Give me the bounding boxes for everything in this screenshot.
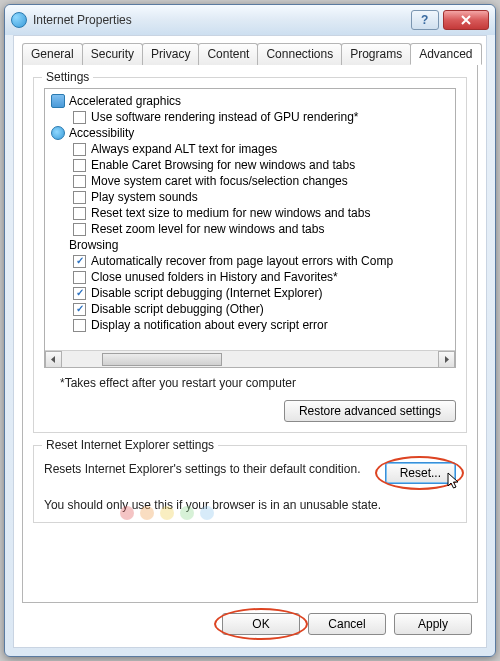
tree-item[interactable]: Reset text size to medium for new window…: [51, 205, 453, 221]
tree-item-label: Play system sounds: [91, 190, 198, 204]
apply-button[interactable]: Apply: [394, 613, 472, 635]
tree-group-label: Accelerated graphics: [69, 94, 181, 108]
restore-advanced-button[interactable]: Restore advanced settings: [284, 400, 456, 422]
tree-item[interactable]: Always expand ALT text for images: [51, 141, 453, 157]
tree-group[interactable]: Accessibility: [51, 125, 453, 141]
ie-icon: [11, 12, 27, 28]
tab-body-advanced: Settings Accelerated graphicsUse softwar…: [22, 65, 478, 603]
ok-button[interactable]: OK: [222, 613, 300, 635]
folder-icon: [51, 238, 65, 252]
tree-item[interactable]: Enable Caret Browsing for new windows an…: [51, 157, 453, 173]
close-button[interactable]: [443, 10, 489, 30]
tree-item-label: Disable script debugging (Internet Explo…: [91, 286, 322, 300]
scroll-left-icon[interactable]: [45, 351, 62, 368]
tree-item-label: Reset text size to medium for new window…: [91, 206, 370, 220]
tree-group-label: Accessibility: [69, 126, 134, 140]
dialog-body: General Security Privacy Content Connect…: [13, 35, 487, 648]
checkbox-icon[interactable]: [73, 143, 86, 156]
display-icon: [51, 94, 65, 108]
tree-item[interactable]: Disable script debugging (Internet Explo…: [51, 285, 453, 301]
settings-tree[interactable]: Accelerated graphicsUse software renderi…: [45, 89, 455, 350]
checkbox-icon[interactable]: [73, 319, 86, 332]
reset-fieldset: Reset Internet Explorer settings Resets …: [33, 445, 467, 523]
tree-item[interactable]: Display a notification about every scrip…: [51, 317, 453, 333]
titlebar: Internet Properties ?: [5, 5, 495, 35]
tree-item[interactable]: Close unused folders in History and Favo…: [51, 269, 453, 285]
tree-item-label: Use software rendering instead of GPU re…: [91, 110, 358, 124]
scroll-right-icon[interactable]: [438, 351, 455, 368]
tab-content[interactable]: Content: [198, 43, 258, 65]
checkbox-icon[interactable]: [73, 303, 86, 316]
tree-item-label: Reset zoom level for new windows and tab…: [91, 222, 324, 236]
checkbox-icon[interactable]: [73, 159, 86, 172]
settings-legend: Settings: [42, 70, 93, 84]
tab-strip: General Security Privacy Content Connect…: [22, 42, 478, 65]
tree-item-label: Always expand ALT text for images: [91, 142, 277, 156]
tab-programs[interactable]: Programs: [341, 43, 411, 65]
tree-group[interactable]: Browsing: [51, 237, 453, 253]
access-icon: [51, 126, 65, 140]
checkbox-icon[interactable]: [73, 111, 86, 124]
checkbox-icon[interactable]: [73, 271, 86, 284]
scroll-track[interactable]: [62, 351, 438, 368]
tree-item[interactable]: Play system sounds: [51, 189, 453, 205]
settings-fieldset: Settings Accelerated graphicsUse softwar…: [33, 77, 467, 433]
reset-legend: Reset Internet Explorer settings: [42, 438, 218, 452]
window-title: Internet Properties: [33, 13, 407, 27]
tree-item[interactable]: Disable script debugging (Other): [51, 301, 453, 317]
checkbox-icon[interactable]: [73, 255, 86, 268]
tab-advanced[interactable]: Advanced: [410, 43, 481, 65]
checkbox-icon[interactable]: [73, 207, 86, 220]
reset-warning: You should only use this if your browser…: [44, 498, 456, 512]
tab-general[interactable]: General: [22, 43, 83, 65]
settings-treebox[interactable]: Accelerated graphicsUse software renderi…: [44, 88, 456, 368]
reset-button[interactable]: Reset...: [385, 462, 456, 484]
tree-item[interactable]: Use software rendering instead of GPU re…: [51, 109, 453, 125]
tree-group[interactable]: Accelerated graphics: [51, 93, 453, 109]
dialog-window: Internet Properties ? General Security P…: [4, 4, 496, 657]
tab-connections[interactable]: Connections: [257, 43, 342, 65]
checkbox-icon[interactable]: [73, 287, 86, 300]
svg-text:?: ?: [421, 14, 428, 26]
cancel-button[interactable]: Cancel: [308, 613, 386, 635]
scrollbar-horizontal[interactable]: [45, 350, 455, 367]
tree-group-label: Browsing: [69, 238, 118, 252]
tree-item-label: Display a notification about every scrip…: [91, 318, 328, 332]
tree-item-label: Enable Caret Browsing for new windows an…: [91, 158, 355, 172]
help-button[interactable]: ?: [411, 10, 439, 30]
restart-note: *Takes effect after you restart your com…: [60, 376, 456, 390]
tree-item[interactable]: Automatically recover from page layout e…: [51, 253, 453, 269]
tree-item[interactable]: Move system caret with focus/selection c…: [51, 173, 453, 189]
reset-description: Resets Internet Explorer's settings to t…: [44, 462, 375, 476]
tree-item-label: Move system caret with focus/selection c…: [91, 174, 348, 188]
tree-item-label: Disable script debugging (Other): [91, 302, 264, 316]
dialog-footer: OK Cancel Apply: [22, 603, 478, 637]
scroll-thumb[interactable]: [102, 353, 222, 366]
tree-item[interactable]: Reset zoom level for new windows and tab…: [51, 221, 453, 237]
checkbox-icon[interactable]: [73, 223, 86, 236]
tree-item-label: Automatically recover from page layout e…: [91, 254, 393, 268]
checkbox-icon[interactable]: [73, 191, 86, 204]
tree-item-label: Close unused folders in History and Favo…: [91, 270, 338, 284]
checkbox-icon[interactable]: [73, 175, 86, 188]
tab-security[interactable]: Security: [82, 43, 143, 65]
tab-privacy[interactable]: Privacy: [142, 43, 199, 65]
